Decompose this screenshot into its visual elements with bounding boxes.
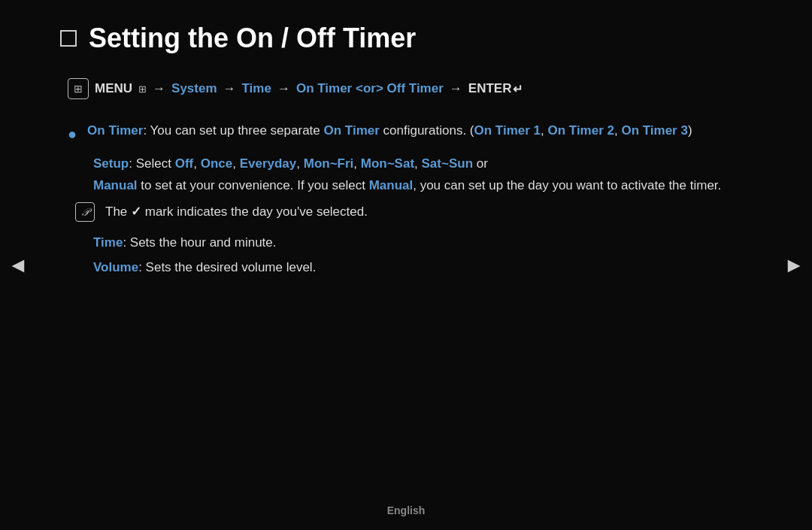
setup-colon: : Select [129,156,174,171]
nav-right-arrow[interactable]: ► [783,253,804,277]
note-content: The ✓ mark indicates the day you've sele… [105,201,368,222]
sep3: , [296,156,303,171]
on-timer-paren: ) [688,123,692,138]
setup-label: Setup [93,156,129,171]
on-timer-3: On Timer 3 [621,123,688,138]
manual-text: to set at your convenience. If you selec… [138,178,369,192]
on-timer-2: On Timer 2 [547,123,614,138]
note-block: 𝒫 The ✓ mark indicates the day you've se… [68,201,752,222]
menu-path: MENU ⊞ → System → Time → On Timer <or> O… [60,78,752,99]
time-label: Time [93,235,123,250]
on-timer-content: On Timer: You can set up three separate … [87,120,752,141]
enter-key: ENTER↵ [468,81,523,96]
on-timer-intro: : You can set up three separate [143,123,323,138]
setup-everyday: Everyday [240,156,297,171]
enter-icon: ↵ [513,82,523,96]
volume-text: : Sets the desired volume level. [138,260,316,274]
time-text: : Sets the hour and minute. [123,235,276,250]
sep1: , [193,156,200,171]
menu-time: Time [242,81,271,96]
content-section: ● On Timer: You can set up three separat… [60,120,752,277]
on-timer-label: On Timer [87,123,143,138]
on-timer-mid-label: On Timer [324,123,380,138]
menu-on-timer: On Timer <or> Off Timer [296,81,444,96]
time-line: Time: Sets the hour and minute. [68,232,752,253]
arrow-4: → [450,81,462,96]
setup-satsun: Sat~Sun [422,156,474,171]
main-content: Setting the On / Off Timer MENU ⊞ → Syst… [45,0,767,530]
title-checkbox-icon [60,30,77,47]
setup-once: Once [201,156,233,171]
arrow-3: → [277,81,290,96]
language-text: English [387,504,426,516]
bullet-dot: ● [68,122,77,146]
setup-off: Off [175,156,194,171]
arrow-1: → [153,81,165,96]
nav-left-arrow[interactable]: ◄ [8,253,29,277]
sep4: , [353,156,360,171]
menu-label: MENU [95,81,132,96]
manual-label2: Manual [369,178,414,192]
sep2: , [232,156,239,171]
comma-2: , [614,123,621,138]
note-text-2: mark indicates the day you've selected. [141,204,368,219]
checkmark-icon: ✓ [131,204,141,219]
volume-label: Volume [93,260,138,274]
setup-block: Setup: Select Off, Once, Everyday, Mon~F… [68,153,752,197]
menu-icon [68,78,89,99]
setup-monfri: Mon~Fri [304,156,354,171]
on-timer-bullet: ● On Timer: You can set up three separat… [68,120,752,146]
menu-system: System [171,81,217,96]
manual-text2: , you can set up the day you want to act… [413,178,721,192]
volume-line: Volume: Sets the desired volume level. [68,257,752,277]
page-title-block: Setting the On / Off Timer [60,23,752,54]
manual-label: Manual [93,178,138,192]
sep5: , [414,156,421,171]
on-timer-mid: configurations. ( [380,123,474,138]
on-timer-1: On Timer 1 [474,123,541,138]
setup-monsat: Mon~Sat [361,156,414,171]
note-icon: 𝒫 [75,202,95,222]
arrow-2: → [223,81,236,96]
setup-or: or [473,156,488,171]
page-title: Setting the On / Off Timer [89,23,416,54]
note-text-1: The [105,204,131,219]
footer-language: English [0,504,812,516]
menu-grid-icon: ⊞ [138,83,147,95]
